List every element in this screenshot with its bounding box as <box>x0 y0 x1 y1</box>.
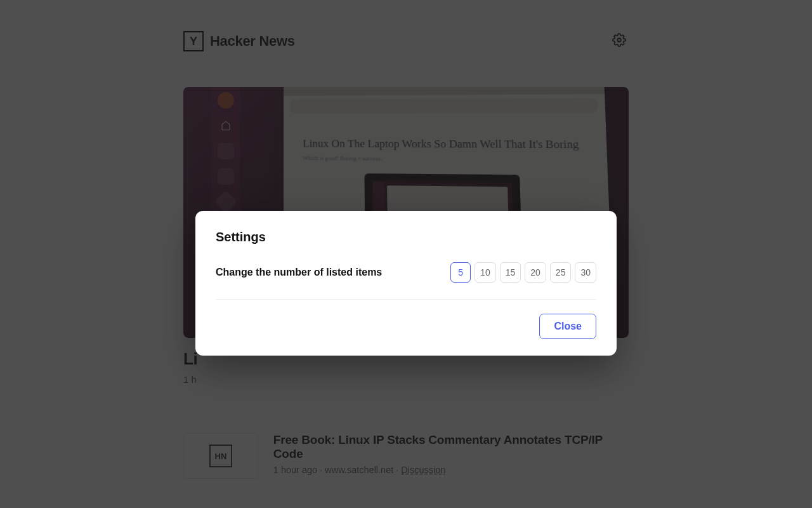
items-option-30[interactable]: 30 <box>575 262 596 283</box>
items-option-25[interactable]: 25 <box>550 262 572 283</box>
setting-label: Change the number of listed items <box>216 267 382 278</box>
modal-footer: Close <box>216 314 596 339</box>
items-option-20[interactable]: 20 <box>525 262 546 283</box>
setting-row: Change the number of listed items 5 10 1… <box>216 262 596 300</box>
modal-overlay[interactable]: Settings Change the number of listed ite… <box>0 0 812 508</box>
settings-modal: Settings Change the number of listed ite… <box>195 211 617 356</box>
close-button[interactable]: Close <box>539 314 596 339</box>
items-count-group: 5 10 15 20 25 30 <box>450 262 596 283</box>
items-option-5[interactable]: 5 <box>450 262 471 283</box>
items-option-10[interactable]: 10 <box>475 262 496 283</box>
modal-title: Settings <box>216 230 596 244</box>
items-option-15[interactable]: 15 <box>500 262 521 283</box>
